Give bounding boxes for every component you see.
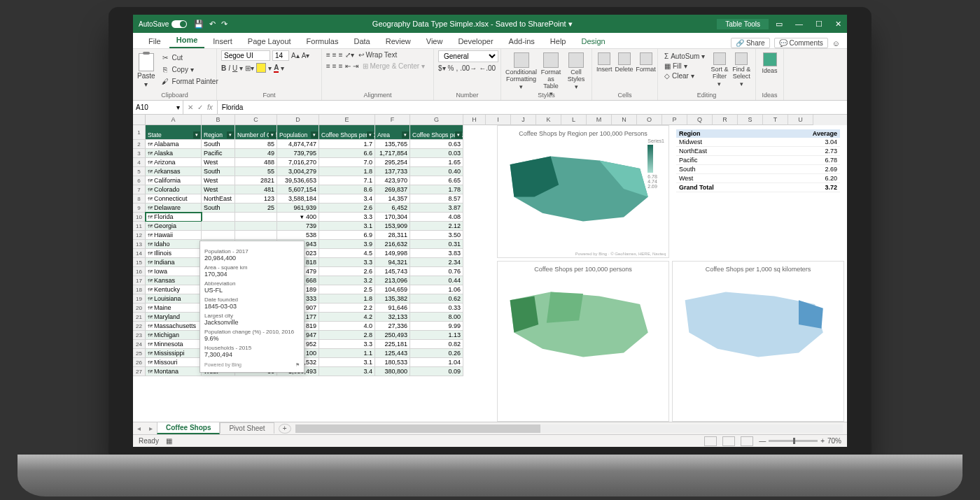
wrap-text-button[interactable]: ↩ Wrap Text bbox=[356, 50, 400, 59]
data-type-card[interactable]: Population - 201720,984,400 Area - squar… bbox=[200, 241, 304, 373]
tab-design[interactable]: Design bbox=[574, 34, 612, 48]
pivot-table[interactable]: RegionAverage Midwest3.04NorthEast2.73Pa… bbox=[672, 125, 844, 258]
underline-button[interactable]: U bbox=[232, 64, 237, 72]
col-header[interactable]: S bbox=[738, 115, 763, 125]
align-right-icon[interactable]: ≡ bbox=[339, 62, 343, 70]
align-middle-icon[interactable]: ≡ bbox=[332, 51, 337, 59]
percent-button[interactable]: % bbox=[448, 64, 454, 72]
font-size-input[interactable] bbox=[272, 50, 289, 61]
increase-decimal-button[interactable]: .00→ bbox=[460, 64, 477, 72]
select-all-corner[interactable] bbox=[133, 115, 146, 125]
tab-review[interactable]: Review bbox=[379, 34, 418, 48]
tab-help[interactable]: Help bbox=[543, 34, 573, 48]
cancel-formula-icon[interactable]: ✕ bbox=[188, 103, 193, 111]
pivot-row[interactable]: South2.69 bbox=[676, 165, 840, 174]
col-header[interactable]: C bbox=[235, 115, 277, 125]
worksheet-grid[interactable]: A B C D E F G H I J K L M N O P Q R S T … bbox=[133, 115, 847, 422]
col-header[interactable]: P bbox=[662, 115, 687, 125]
table-header[interactable]: Area▾ bbox=[375, 125, 410, 140]
col-header[interactable]: I bbox=[486, 115, 511, 125]
comma-button[interactable]: , bbox=[456, 64, 458, 72]
grow-font-icon[interactable]: A▴ bbox=[291, 52, 300, 59]
font-color-button[interactable]: A bbox=[274, 64, 279, 73]
redo-icon[interactable]: ↷ bbox=[221, 20, 227, 29]
col-header[interactable]: R bbox=[713, 115, 738, 125]
minimize-button[interactable]: — bbox=[795, 20, 803, 29]
sheet-tab-active[interactable]: Coffee Shops bbox=[157, 422, 220, 434]
sheet-nav-next[interactable]: ▸ bbox=[145, 424, 157, 432]
pivot-row[interactable]: Pacific6.78 bbox=[676, 156, 840, 165]
col-header[interactable]: M bbox=[587, 115, 612, 125]
undo-icon[interactable]: ↶ bbox=[209, 20, 216, 29]
col-header[interactable]: O bbox=[637, 115, 662, 125]
autosave-toggle[interactable]: AutoSave bbox=[139, 20, 187, 28]
chart-per-sqkm-map[interactable]: Coffee Shops per 1,000 sq kilometers bbox=[672, 261, 844, 422]
normal-view-button[interactable] bbox=[704, 436, 717, 446]
fill-button[interactable]: ▦ Fill ▾ bbox=[662, 62, 707, 71]
page-break-view-button[interactable] bbox=[741, 436, 753, 446]
close-button[interactable]: ✕ bbox=[835, 20, 841, 29]
tab-formulas[interactable]: Formulas bbox=[300, 34, 346, 48]
col-header[interactable]: E bbox=[319, 115, 375, 125]
macro-record-icon[interactable]: ▦ bbox=[166, 437, 172, 445]
tab-insert[interactable]: Insert bbox=[206, 34, 239, 48]
align-bottom-icon[interactable]: ≡ bbox=[339, 51, 343, 59]
tab-addins[interactable]: Add-ins bbox=[502, 34, 542, 48]
formula-input[interactable]: Florida bbox=[218, 101, 847, 114]
orientation-icon[interactable]: ⤢▾ bbox=[345, 51, 354, 59]
table-header[interactable]: Coffee Shops per 100,000 persons▾ bbox=[319, 125, 375, 140]
tab-page-layout[interactable]: Page Layout bbox=[241, 34, 298, 48]
align-top-icon[interactable]: ≡ bbox=[326, 51, 330, 59]
new-sheet-button[interactable]: + bbox=[279, 424, 291, 434]
pivot-row[interactable]: Midwest3.04 bbox=[676, 138, 840, 147]
bold-button[interactable]: B bbox=[221, 64, 226, 72]
indent-dec-icon[interactable]: ⇤ bbox=[345, 62, 351, 70]
fill-color-button[interactable] bbox=[256, 63, 266, 73]
col-header[interactable]: H bbox=[463, 115, 486, 125]
flag-icon[interactable]: ⚑ bbox=[295, 362, 300, 368]
chart-per-100k-map[interactable]: Coffee Shops per 100,000 persons bbox=[497, 261, 669, 422]
shrink-font-icon[interactable]: A▾ bbox=[302, 52, 310, 59]
italic-button[interactable]: I bbox=[228, 64, 230, 72]
align-left-icon[interactable]: ≡ bbox=[326, 62, 330, 70]
col-header[interactable]: D bbox=[277, 115, 319, 125]
enter-formula-icon[interactable]: ✓ bbox=[197, 103, 203, 111]
autosum-button[interactable]: Σ AutoSum ▾ bbox=[662, 52, 707, 61]
tab-view[interactable]: View bbox=[419, 34, 450, 48]
align-center-icon[interactable]: ≡ bbox=[332, 62, 337, 70]
zoom-control[interactable]: — + 70% bbox=[759, 437, 841, 445]
tab-home[interactable]: Home bbox=[169, 33, 205, 48]
chart-region-map[interactable]: Coffee Shops by Region per 100,000 Perso… bbox=[497, 125, 669, 258]
tell-me-icon[interactable]: ☺ bbox=[832, 39, 840, 48]
table-header[interactable]: Region▾ bbox=[202, 125, 235, 140]
col-header[interactable]: K bbox=[536, 115, 561, 125]
table-header[interactable]: Population▾ bbox=[277, 125, 319, 140]
col-header[interactable]: B bbox=[202, 115, 235, 125]
col-header[interactable]: T bbox=[763, 115, 788, 125]
copy-button[interactable]: ⎘Copy ▾ bbox=[158, 64, 220, 75]
sheet-nav-prev[interactable]: ◂ bbox=[133, 424, 145, 432]
accounting-button[interactable]: $▾ bbox=[438, 64, 446, 72]
table-header[interactable]: Number of Coffee Shops▾ bbox=[235, 125, 277, 140]
name-box[interactable]: A10▾ bbox=[133, 101, 183, 114]
col-header[interactable]: U bbox=[788, 115, 813, 125]
page-layout-view-button[interactable] bbox=[722, 436, 735, 446]
save-icon[interactable]: 💾 bbox=[194, 20, 204, 29]
maximize-button[interactable]: ☐ bbox=[816, 20, 822, 29]
quick-access-toolbar[interactable]: 💾 ↶ ↷ bbox=[194, 20, 227, 29]
tab-file[interactable]: File bbox=[141, 34, 168, 48]
clear-button[interactable]: ◇ Clear ▾ bbox=[662, 71, 707, 80]
merge-center-button[interactable]: ⊞ Merge & Center ▾ bbox=[360, 62, 428, 71]
comments-button[interactable]: 💬 Comments bbox=[774, 38, 828, 48]
fx-icon[interactable]: fx bbox=[207, 103, 213, 111]
indent-inc-icon[interactable]: ⇥ bbox=[353, 62, 358, 70]
decrease-decimal-button[interactable]: ←.00 bbox=[479, 64, 496, 72]
tab-developer[interactable]: Developer bbox=[451, 34, 500, 48]
pivot-region-header[interactable]: Region bbox=[676, 129, 770, 138]
pivot-row[interactable]: NorthEast2.73 bbox=[676, 147, 840, 156]
col-header[interactable]: J bbox=[511, 115, 536, 125]
col-header[interactable]: Q bbox=[687, 115, 713, 125]
tab-data[interactable]: Data bbox=[346, 34, 377, 48]
share-button[interactable]: 🔗 Share bbox=[731, 38, 769, 48]
col-header[interactable]: A bbox=[146, 115, 202, 125]
